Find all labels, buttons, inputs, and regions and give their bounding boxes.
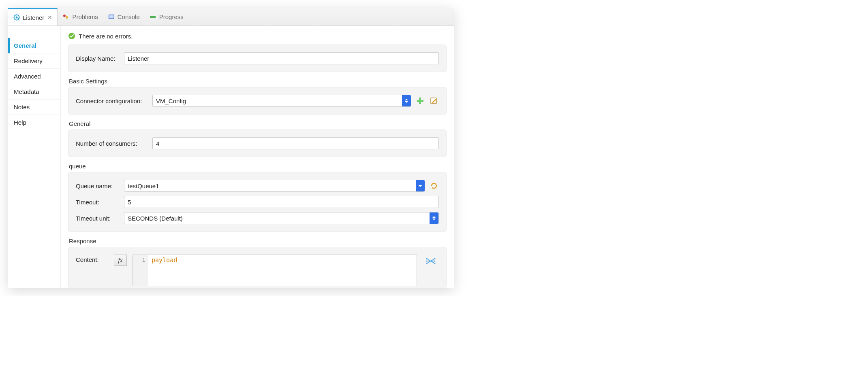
display-name-panel: Display Name: (68, 45, 447, 72)
sidenav-item-notes[interactable]: Notes (8, 100, 60, 115)
queue-name-input[interactable] (124, 180, 425, 192)
tab-console[interactable]: Console (103, 8, 145, 25)
tab-progress[interactable]: Progress (145, 8, 188, 25)
connector-config-label: Connector configuration: (76, 98, 147, 104)
svg-point-1 (16, 17, 18, 19)
basic-settings-panel: Connector configuration: (68, 87, 447, 115)
display-name-input[interactable] (124, 52, 439, 64)
response-panel: Content: fx 1 payload (68, 247, 447, 288)
content-editor[interactable]: 1 payload (133, 255, 417, 286)
timeout-input[interactable] (124, 196, 439, 208)
status-row: There are no errors. (68, 32, 447, 40)
svg-point-2 (63, 15, 66, 17)
svg-point-18 (434, 263, 435, 264)
app-window: Listener ✕ Problems Console (8, 8, 454, 288)
close-icon[interactable]: ✕ (47, 14, 52, 21)
timeout-unit-value[interactable] (124, 212, 439, 224)
tab-problems-label: Problems (72, 13, 98, 20)
chevron-updown-icon[interactable] (402, 95, 411, 106)
sidenav-item-redelivery[interactable]: Redelivery (8, 53, 60, 69)
tab-progress-label: Progress (159, 13, 184, 20)
timeout-label: Timeout: (76, 199, 118, 206)
chevron-down-icon[interactable] (416, 180, 425, 191)
timeout-unit-select[interactable] (124, 212, 439, 224)
connector-config-select[interactable] (152, 95, 411, 107)
section-title-response: Response (69, 238, 446, 244)
tab-strip: Listener ✕ Problems Console (8, 8, 454, 26)
sidenav-item-general[interactable]: General (8, 38, 60, 53)
section-title-general: General (69, 120, 446, 127)
tab-listener[interactable]: Listener ✕ (8, 8, 58, 25)
general-panel: Number of consumers: (68, 130, 447, 157)
listener-icon (13, 14, 20, 21)
console-icon (108, 13, 115, 21)
fx-button[interactable]: fx (114, 255, 127, 266)
sidenav-item-advanced[interactable]: Advanced (8, 69, 60, 84)
content-area: There are no errors. Display Name: Basic… (61, 26, 454, 288)
editor-gutter: 1 (133, 255, 148, 286)
svg-rect-11 (417, 100, 423, 102)
tab-console-label: Console (118, 13, 140, 20)
progress-icon (150, 13, 157, 21)
sidenav-item-metadata[interactable]: Metadata (8, 84, 60, 100)
section-title-queue: queue (69, 163, 446, 170)
body: General Redelivery Advanced Metadata Not… (8, 26, 454, 288)
content-label: Content: (76, 255, 108, 263)
consumers-input[interactable] (152, 137, 439, 149)
status-message: There are no errors. (79, 33, 133, 40)
svg-rect-6 (150, 16, 155, 18)
section-title-basic: Basic Settings (69, 78, 446, 85)
add-config-button[interactable] (415, 96, 425, 106)
display-name-label: Display Name: (76, 55, 118, 62)
svg-rect-5 (109, 15, 113, 18)
svg-point-14 (426, 260, 427, 261)
sidenav-item-help[interactable]: Help (8, 115, 60, 130)
timeout-unit-label: Timeout unit: (76, 215, 118, 222)
status-ok-icon (68, 32, 75, 40)
svg-point-15 (426, 263, 427, 264)
editor-code[interactable]: payload (148, 255, 180, 286)
queue-name-combo[interactable] (124, 180, 425, 192)
tab-listener-label: Listener (23, 14, 44, 21)
svg-point-13 (426, 258, 427, 259)
tab-problems[interactable]: Problems (58, 8, 103, 25)
queue-panel: Queue name: (68, 172, 447, 232)
svg-point-16 (434, 258, 435, 259)
connector-config-value[interactable] (152, 95, 411, 107)
side-nav: General Redelivery Advanced Metadata Not… (8, 26, 61, 288)
consumers-label: Number of consumers: (76, 140, 147, 147)
svg-point-3 (66, 16, 68, 19)
dataweave-icon[interactable] (426, 256, 436, 266)
edit-config-button[interactable] (429, 96, 439, 106)
svg-point-17 (434, 260, 435, 261)
refresh-queue-button[interactable] (429, 181, 439, 191)
queue-name-label: Queue name: (76, 183, 118, 189)
problems-icon (62, 13, 70, 21)
chevron-updown-icon[interactable] (430, 212, 438, 224)
